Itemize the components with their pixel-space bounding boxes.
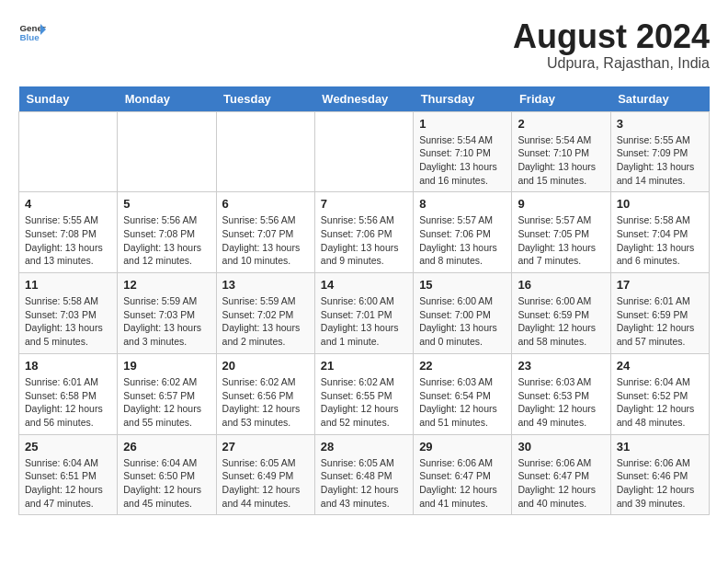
day-info: Sunrise: 5:54 AM Sunset: 7:10 PM Dayligh… xyxy=(518,133,604,188)
day-info: Sunrise: 6:00 AM Sunset: 6:59 PM Dayligh… xyxy=(518,294,604,349)
day-info: Sunrise: 6:02 AM Sunset: 6:56 PM Dayligh… xyxy=(222,375,309,430)
calendar-cell: 22Sunrise: 6:03 AM Sunset: 6:54 PM Dayli… xyxy=(414,353,512,434)
location: Udpura, Rajasthan, India xyxy=(513,55,710,72)
calendar-cell: 5Sunrise: 5:56 AM Sunset: 7:08 PM Daylig… xyxy=(118,192,216,273)
day-info: Sunrise: 6:00 AM Sunset: 7:00 PM Dayligh… xyxy=(419,294,506,349)
day-info: Sunrise: 6:03 AM Sunset: 6:53 PM Dayligh… xyxy=(518,375,604,430)
day-info: Sunrise: 6:02 AM Sunset: 6:55 PM Dayligh… xyxy=(321,375,407,430)
day-number: 17 xyxy=(617,278,703,292)
day-number: 1 xyxy=(419,117,506,131)
day-info: Sunrise: 6:06 AM Sunset: 6:47 PM Dayligh… xyxy=(419,456,506,511)
day-number: 5 xyxy=(123,197,210,211)
day-info: Sunrise: 6:04 AM Sunset: 6:50 PM Dayligh… xyxy=(123,456,210,511)
day-number: 29 xyxy=(419,440,506,454)
day-number: 21 xyxy=(321,359,407,373)
calendar-table: SundayMondayTuesdayWednesdayThursdayFrid… xyxy=(18,86,710,516)
day-info: Sunrise: 5:59 AM Sunset: 7:02 PM Dayligh… xyxy=(222,294,309,349)
calendar-cell xyxy=(314,111,413,192)
day-number: 26 xyxy=(123,440,210,454)
calendar-cell: 26Sunrise: 6:04 AM Sunset: 6:50 PM Dayli… xyxy=(118,434,216,515)
calendar-cell: 30Sunrise: 6:06 AM Sunset: 6:47 PM Dayli… xyxy=(512,434,610,515)
calendar-cell: 29Sunrise: 6:06 AM Sunset: 6:47 PM Dayli… xyxy=(414,434,512,515)
day-info: Sunrise: 6:00 AM Sunset: 7:01 PM Dayligh… xyxy=(321,294,407,349)
calendar-cell: 7Sunrise: 5:56 AM Sunset: 7:06 PM Daylig… xyxy=(314,192,413,273)
calendar-cell: 6Sunrise: 5:56 AM Sunset: 7:07 PM Daylig… xyxy=(216,192,314,273)
day-info: Sunrise: 5:56 AM Sunset: 7:06 PM Dayligh… xyxy=(321,213,407,268)
calendar-cell: 27Sunrise: 6:05 AM Sunset: 6:49 PM Dayli… xyxy=(216,434,314,515)
calendar-cell: 14Sunrise: 6:00 AM Sunset: 7:01 PM Dayli… xyxy=(314,273,413,354)
svg-text:Blue: Blue xyxy=(20,32,40,42)
calendar-cell: 16Sunrise: 6:00 AM Sunset: 6:59 PM Dayli… xyxy=(512,273,610,354)
day-number: 16 xyxy=(518,278,604,292)
calendar-cell: 25Sunrise: 6:04 AM Sunset: 6:51 PM Dayli… xyxy=(19,434,118,515)
calendar-cell: 8Sunrise: 5:57 AM Sunset: 7:06 PM Daylig… xyxy=(414,192,512,273)
day-info: Sunrise: 5:55 AM Sunset: 7:09 PM Dayligh… xyxy=(617,133,703,188)
calendar-cell: 2Sunrise: 5:54 AM Sunset: 7:10 PM Daylig… xyxy=(512,111,610,192)
header-day-tuesday: Tuesday xyxy=(216,86,314,112)
logo: General Blue xyxy=(18,18,46,46)
calendar-week-3: 11Sunrise: 5:58 AM Sunset: 7:03 PM Dayli… xyxy=(19,273,710,354)
calendar-cell: 15Sunrise: 6:00 AM Sunset: 7:00 PM Dayli… xyxy=(414,273,512,354)
day-number: 30 xyxy=(518,440,604,454)
header-day-thursday: Thursday xyxy=(414,86,512,112)
day-number: 2 xyxy=(518,117,604,131)
day-number: 12 xyxy=(123,278,210,292)
calendar-week-4: 18Sunrise: 6:01 AM Sunset: 6:58 PM Dayli… xyxy=(19,353,710,434)
day-info: Sunrise: 6:03 AM Sunset: 6:54 PM Dayligh… xyxy=(419,375,506,430)
day-info: Sunrise: 5:58 AM Sunset: 7:03 PM Dayligh… xyxy=(25,294,111,349)
day-number: 18 xyxy=(25,359,111,373)
day-number: 9 xyxy=(518,197,604,211)
day-number: 3 xyxy=(617,117,703,131)
calendar-cell xyxy=(118,111,216,192)
calendar-cell: 20Sunrise: 6:02 AM Sunset: 6:56 PM Dayli… xyxy=(216,353,314,434)
calendar-header: SundayMondayTuesdayWednesdayThursdayFrid… xyxy=(19,86,710,112)
day-number: 27 xyxy=(222,440,309,454)
page-header: General Blue August 2024 Udpura, Rajasth… xyxy=(18,18,710,72)
day-number: 7 xyxy=(321,197,407,211)
header-day-sunday: Sunday xyxy=(19,86,118,112)
day-number: 15 xyxy=(419,278,506,292)
calendar-week-1: 1Sunrise: 5:54 AM Sunset: 7:10 PM Daylig… xyxy=(19,111,710,192)
month-title: August 2024 xyxy=(513,18,710,55)
calendar-cell: 23Sunrise: 6:03 AM Sunset: 6:53 PM Dayli… xyxy=(512,353,610,434)
calendar-cell: 4Sunrise: 5:55 AM Sunset: 7:08 PM Daylig… xyxy=(19,192,118,273)
calendar-cell: 9Sunrise: 5:57 AM Sunset: 7:05 PM Daylig… xyxy=(512,192,610,273)
day-info: Sunrise: 6:02 AM Sunset: 6:57 PM Dayligh… xyxy=(123,375,210,430)
day-number: 28 xyxy=(321,440,407,454)
day-number: 13 xyxy=(222,278,309,292)
day-info: Sunrise: 5:55 AM Sunset: 7:08 PM Dayligh… xyxy=(25,213,111,268)
calendar-cell: 12Sunrise: 5:59 AM Sunset: 7:03 PM Dayli… xyxy=(118,273,216,354)
day-info: Sunrise: 6:06 AM Sunset: 6:47 PM Dayligh… xyxy=(518,456,604,511)
calendar-week-5: 25Sunrise: 6:04 AM Sunset: 6:51 PM Dayli… xyxy=(19,434,710,515)
calendar-cell: 19Sunrise: 6:02 AM Sunset: 6:57 PM Dayli… xyxy=(118,353,216,434)
day-info: Sunrise: 6:01 AM Sunset: 6:59 PM Dayligh… xyxy=(617,294,703,349)
header-day-monday: Monday xyxy=(118,86,216,112)
day-info: Sunrise: 5:59 AM Sunset: 7:03 PM Dayligh… xyxy=(123,294,210,349)
day-info: Sunrise: 5:58 AM Sunset: 7:04 PM Dayligh… xyxy=(617,213,703,268)
day-number: 22 xyxy=(419,359,506,373)
day-number: 10 xyxy=(617,197,703,211)
calendar-cell: 28Sunrise: 6:05 AM Sunset: 6:48 PM Dayli… xyxy=(314,434,413,515)
calendar-cell: 13Sunrise: 5:59 AM Sunset: 7:02 PM Dayli… xyxy=(216,273,314,354)
day-number: 14 xyxy=(321,278,407,292)
header-row: SundayMondayTuesdayWednesdayThursdayFrid… xyxy=(19,86,710,112)
day-info: Sunrise: 6:01 AM Sunset: 6:58 PM Dayligh… xyxy=(25,375,111,430)
day-number: 19 xyxy=(123,359,210,373)
day-info: Sunrise: 5:57 AM Sunset: 7:06 PM Dayligh… xyxy=(419,213,506,268)
calendar-cell: 10Sunrise: 5:58 AM Sunset: 7:04 PM Dayli… xyxy=(610,192,709,273)
logo-icon: General Blue xyxy=(18,18,46,46)
day-info: Sunrise: 6:04 AM Sunset: 6:52 PM Dayligh… xyxy=(617,375,703,430)
calendar-cell: 11Sunrise: 5:58 AM Sunset: 7:03 PM Dayli… xyxy=(19,273,118,354)
calendar-cell: 18Sunrise: 6:01 AM Sunset: 6:58 PM Dayli… xyxy=(19,353,118,434)
day-number: 31 xyxy=(617,440,703,454)
calendar-week-2: 4Sunrise: 5:55 AM Sunset: 7:08 PM Daylig… xyxy=(19,192,710,273)
day-info: Sunrise: 6:06 AM Sunset: 6:46 PM Dayligh… xyxy=(617,456,703,511)
day-number: 25 xyxy=(25,440,111,454)
day-info: Sunrise: 5:56 AM Sunset: 7:07 PM Dayligh… xyxy=(222,213,309,268)
day-number: 4 xyxy=(25,197,111,211)
day-info: Sunrise: 6:05 AM Sunset: 6:49 PM Dayligh… xyxy=(222,456,309,511)
day-number: 6 xyxy=(222,197,309,211)
day-info: Sunrise: 5:56 AM Sunset: 7:08 PM Dayligh… xyxy=(123,213,210,268)
day-info: Sunrise: 6:05 AM Sunset: 6:48 PM Dayligh… xyxy=(321,456,407,511)
header-day-wednesday: Wednesday xyxy=(314,86,413,112)
